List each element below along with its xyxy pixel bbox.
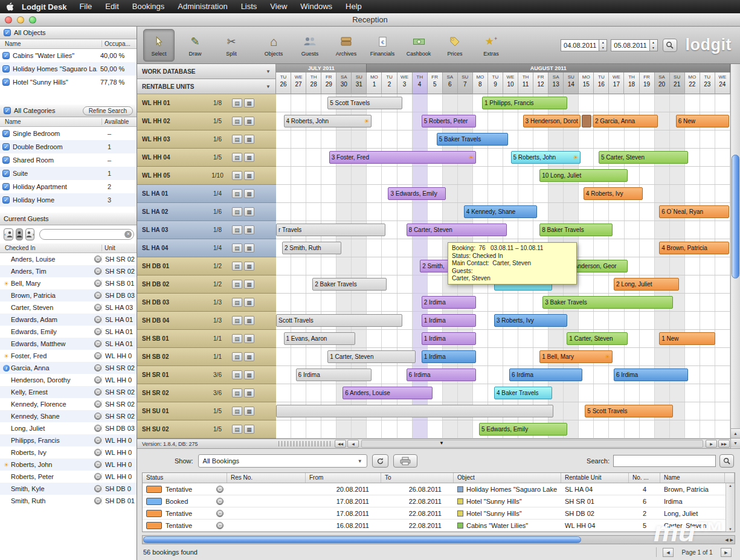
category-row[interactable]: ✓Double Bedroom1 xyxy=(0,140,137,153)
rentable-units-bar[interactable]: RENTABLE UNITS ▼ xyxy=(137,79,276,94)
checked-in-row[interactable]: ☀Bell, MarySH SB 01 xyxy=(0,277,137,289)
checked-in-row[interactable]: Roberts, IvyWL HH 0 xyxy=(0,446,137,459)
status-change-icon[interactable] xyxy=(216,522,224,529)
guest-checkin-button[interactable]: ‹ xyxy=(4,228,13,240)
day-header[interactable]: TH18 xyxy=(624,72,639,94)
day-header[interactable]: TU23 xyxy=(700,72,715,94)
toolbar-financials-button[interactable]: €Financials xyxy=(367,29,398,62)
object-checkbox[interactable]: ✓ xyxy=(2,65,10,72)
scrollbar-thumb[interactable] xyxy=(732,155,739,278)
print-button[interactable] xyxy=(393,454,417,468)
booking-bar[interactable]: 3 Henderson, Dorot xyxy=(523,115,581,127)
booking-bar[interactable]: 1 Carter, Steven xyxy=(327,350,416,363)
room-print-icon[interactable]: ▤ xyxy=(232,189,242,198)
refine-search-button[interactable]: Refine Search xyxy=(83,106,133,115)
refresh-button[interactable] xyxy=(372,454,388,468)
checked-in-row[interactable]: Kennedy, ShaneSH SR 02 xyxy=(0,410,137,422)
room-row-wl-hh-03[interactable]: WL HH 031/6▤▦ xyxy=(137,130,276,149)
work-database-bar[interactable]: WORK DATABASE ▼ xyxy=(137,64,276,79)
scroll-up-icon[interactable]: ▲ xyxy=(726,484,735,488)
vertical-scrollbar[interactable]: ▲ ▼ xyxy=(730,64,740,448)
checked-in-row[interactable]: ☀Foster, FredWL HH 0 xyxy=(0,350,137,362)
date-to-stepper[interactable]: ▲▼ xyxy=(650,39,658,51)
toolbar-extras-button[interactable]: ★+Extras xyxy=(475,29,507,62)
room-list-icon[interactable]: ▦ xyxy=(244,225,254,234)
booking-list-row[interactable]: Tentative17.08.201122.08.2011Hotel "Sunn… xyxy=(143,507,735,520)
room-print-icon[interactable]: ▤ xyxy=(232,298,242,307)
day-header[interactable]: SA6 xyxy=(443,72,458,94)
column-header-status[interactable]: Status xyxy=(143,473,227,483)
room-list-icon[interactable]: ▦ xyxy=(244,171,254,180)
checked-in-row[interactable]: Smith, KyleSH DB 0 xyxy=(0,483,137,495)
booking-bar[interactable]: 6 Irdima xyxy=(614,369,688,381)
room-print-icon[interactable]: ▤ xyxy=(232,225,242,234)
room-row-sl-ha-01[interactable]: SL HA 011/4▤▦ xyxy=(137,185,276,203)
room-row-sh-db-02[interactable]: SH DB 021/2▤▦ xyxy=(137,275,276,294)
day-header[interactable]: TU26 xyxy=(276,72,291,94)
day-header[interactable]: TU16 xyxy=(594,72,609,94)
scroll-down-icon[interactable]: ▼ xyxy=(731,438,740,448)
category-row[interactable]: ✓Holiday Apartment2 xyxy=(0,180,137,193)
status-change-icon[interactable] xyxy=(216,486,224,493)
room-list-icon[interactable]: ▦ xyxy=(244,334,254,343)
booking-bar[interactable]: 5 Scott Travels xyxy=(585,405,673,417)
booking-bar[interactable] xyxy=(276,405,553,417)
checked-in-row[interactable]: Anders, LouiseSH SR 02 xyxy=(0,253,137,265)
room-print-icon[interactable]: ▤ xyxy=(232,207,242,216)
categories-name-column[interactable]: Name xyxy=(0,118,101,125)
toolbar-cashbook-button[interactable]: Cashbook xyxy=(403,29,434,62)
column-header-to[interactable]: To xyxy=(381,473,454,483)
booking-bar[interactable]: 10 Long, Juliet xyxy=(539,169,628,182)
category-row[interactable]: ✓Suite1 xyxy=(0,167,137,180)
booking-bar[interactable]: 2 Smith, Ruth xyxy=(282,242,341,254)
booking-bar[interactable]: 4 Roberts, John☀ xyxy=(284,115,372,127)
booking-bar[interactable]: 5 Baker Travels xyxy=(437,133,508,146)
booking-bar[interactable] xyxy=(582,115,591,127)
checked-in-row[interactable]: Kennedy, FlorenceSH SR 02 xyxy=(0,398,137,410)
all-objects-checkbox[interactable]: ✓ xyxy=(4,29,11,36)
booking-bar[interactable]: 5 Carter, Steven xyxy=(599,151,688,164)
checked-in-row[interactable]: ☀Roberts, JohnWL HH 0 xyxy=(0,459,137,471)
bookings-filter-dropdown[interactable]: All Bookings ▼ xyxy=(198,454,367,468)
booking-bar[interactable]: 6 New xyxy=(676,115,729,127)
column-header-from[interactable]: From xyxy=(306,473,381,483)
booking-grid[interactable]: 5 Scott Travels1 Philipps, Francis4 Robe… xyxy=(276,94,730,439)
day-header[interactable]: FR12 xyxy=(533,72,549,94)
room-row-wl-hh-01[interactable]: WL HH 011/8▤▦ xyxy=(137,94,276,112)
object-row[interactable]: ✓Cabins "Water Lilies"40,00 % xyxy=(0,49,137,62)
room-row-wl-hh-04[interactable]: WL HH 041/5▤▦ xyxy=(137,149,276,167)
room-row-sl-ha-04[interactable]: SL HA 041/4▤▦ xyxy=(137,239,276,257)
room-list-icon[interactable]: ▦ xyxy=(244,243,254,253)
checked-in-row[interactable]: Edwards, MatthewSL HA 01 xyxy=(0,338,137,350)
object-checkbox[interactable]: ✓ xyxy=(2,52,10,59)
room-row-sh-db-01[interactable]: SH DB 011/2▤▦ xyxy=(137,257,276,275)
booking-bar[interactable]: 6 Anders, Louise xyxy=(343,387,432,399)
date-from-stepper[interactable]: ▲▼ xyxy=(599,39,607,51)
bookings-search-input[interactable] xyxy=(613,455,716,467)
room-print-icon[interactable]: ▤ xyxy=(232,117,242,126)
checked-in-row[interactable]: Henderson, DorothyWL HH 0 xyxy=(0,374,137,386)
booking-bar[interactable]: 2 Baker Travels xyxy=(312,278,387,291)
room-row-sh-su-01[interactable]: SH SU 011/5▤▦ xyxy=(137,402,276,420)
guest-inhouse-button[interactable] xyxy=(16,228,23,240)
status-change-icon[interactable] xyxy=(216,498,224,505)
checked-in-row[interactable]: Edwards, AdamSL HA 01 xyxy=(0,314,137,326)
booking-bar[interactable]: 4 Roberts, Ivy xyxy=(584,187,643,200)
toolbar-select-button[interactable]: Select xyxy=(143,29,175,62)
day-header[interactable]: WE27 xyxy=(291,72,306,94)
scrollbar-track[interactable]: ▼ xyxy=(361,440,703,448)
scroll-right-button[interactable]: ▶ xyxy=(706,440,717,448)
room-print-icon[interactable]: ▤ xyxy=(232,407,242,416)
booking-bar[interactable]: 1 New xyxy=(659,332,715,345)
booking-bar[interactable]: 3 Edwards, Emily xyxy=(388,187,446,200)
day-header[interactable]: MO22 xyxy=(685,72,700,94)
room-print-icon[interactable]: ▤ xyxy=(232,135,242,144)
day-header[interactable]: SU21 xyxy=(670,72,685,94)
room-print-icon[interactable]: ▤ xyxy=(232,153,242,162)
horizontal-scrollbar[interactable]: Version: 1.8.4, DB: 275 ◀◀ ◀ ▼ ▶ ▶▶ xyxy=(137,439,730,448)
day-header[interactable]: WE10 xyxy=(503,72,518,94)
room-print-icon[interactable]: ▤ xyxy=(232,352,242,361)
calendar-search-button[interactable] xyxy=(663,39,677,52)
day-header[interactable]: FR29 xyxy=(321,72,336,94)
category-checkbox[interactable]: ✓ xyxy=(2,156,10,164)
